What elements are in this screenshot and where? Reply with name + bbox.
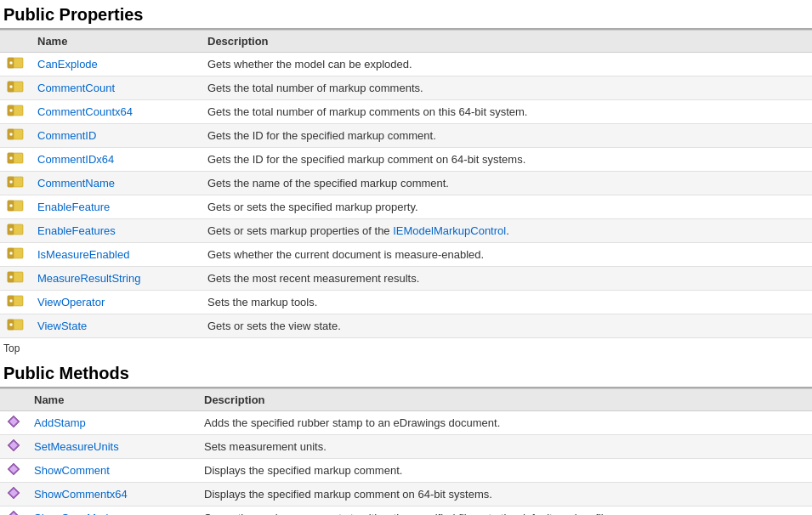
property-desc-cell: Gets the name of the specified markup co… <box>201 172 812 195</box>
method-icon-cell <box>0 435 27 459</box>
method-name-cell: ShowCommentx64 <box>27 483 197 507</box>
property-icon-cell <box>0 243 31 267</box>
table-row: CommentNameGets the name of the specifie… <box>0 172 812 195</box>
table-row: ShowCommentDisplays the specified markup… <box>0 459 812 483</box>
property-desc-cell: Sets the markup tools. <box>201 291 812 314</box>
property-desc-cell: Gets or sets markup properties of the IE… <box>201 219 812 243</box>
property-icon-cell <box>0 76 31 100</box>
property-name-cell: EnableFeatures <box>31 219 201 243</box>
table-row: SetMeasureUnitsSets measurement units. <box>0 435 812 459</box>
property-name-link[interactable]: IsMeasureEnabled <box>37 248 129 261</box>
property-name-link[interactable]: CommentCountx64 <box>37 105 133 118</box>
svg-point-35 <box>9 323 13 326</box>
property-name-cell: MeasureResultString <box>31 267 201 291</box>
method-icon-cell <box>0 507 27 516</box>
property-icon-cell <box>0 267 31 291</box>
table-row: CommentIDGets the ID for the specified m… <box>0 124 812 148</box>
property-name-link[interactable]: MeasureResultString <box>37 272 140 285</box>
properties-desc-col-header: Description <box>201 31 812 53</box>
property-icon-cell <box>0 100 31 124</box>
table-row: EnableFeatureGets or sets the specified … <box>0 195 812 219</box>
methods-name-col-header: Name <box>27 389 197 411</box>
property-icon-cell <box>0 172 31 195</box>
table-row: EnableFeaturesGets or sets markup proper… <box>0 219 812 243</box>
method-desc-cell: Saves the markup comments to either the … <box>197 507 812 516</box>
property-name-cell: CommentID <box>31 124 201 148</box>
property-name-cell: CommentCount <box>31 76 201 100</box>
property-name-link[interactable]: CommentIDx64 <box>37 153 114 166</box>
method-name-cell: ShowSaveMarkup <box>27 507 197 516</box>
property-desc-cell: Gets the ID for the specified markup com… <box>201 124 812 148</box>
table-row: CommentCountx64Gets the total number of … <box>0 100 812 124</box>
svg-point-8 <box>9 109 13 112</box>
svg-point-17 <box>9 180 13 184</box>
svg-point-23 <box>9 228 13 231</box>
properties-table: Name Description CanExplodeGets whether … <box>0 30 812 338</box>
public-properties-title: Public Properties <box>0 0 812 30</box>
table-row: CanExplodeGets whether the model can be … <box>0 53 812 76</box>
method-icon-cell <box>0 411 27 435</box>
property-icon-cell <box>0 148 31 172</box>
method-icon-cell <box>0 459 27 483</box>
property-name-cell: IsMeasureEnabled <box>31 243 201 267</box>
method-name-link[interactable]: SetMeasureUnits <box>34 440 119 453</box>
property-desc-cell: Gets the most recent measurement results… <box>201 267 812 291</box>
svg-point-11 <box>9 133 13 136</box>
public-methods-title: Public Methods <box>0 359 812 388</box>
property-name-cell: ViewState <box>31 314 201 338</box>
svg-point-20 <box>9 204 13 207</box>
property-name-cell: EnableFeature <box>31 195 201 219</box>
property-name-link[interactable]: CommentID <box>37 129 96 142</box>
table-row: ShowSaveMarkupSaves the markup comments … <box>0 507 812 516</box>
property-name-cell: CommentCountx64 <box>31 100 201 124</box>
table-row: AddStampAdds the specified rubber stamp … <box>0 411 812 435</box>
table-row: ViewOperatorSets the markup tools. <box>0 291 812 314</box>
inline-link[interactable]: IEModelMarkupControl <box>393 224 506 237</box>
method-name-link[interactable]: AddStamp <box>34 416 86 429</box>
table-row: CommentCountGets the total number of mar… <box>0 76 812 100</box>
property-name-link[interactable]: CommentName <box>37 177 115 190</box>
method-name-link[interactable]: ShowSaveMarkup <box>34 512 124 515</box>
svg-point-5 <box>9 85 13 88</box>
property-name-link[interactable]: ViewOperator <box>37 296 105 308</box>
method-desc-cell: Displays the specified markup comment on… <box>197 483 812 507</box>
public-methods-section: Public Methods Name Description AddStamp… <box>0 359 812 515</box>
svg-point-32 <box>9 299 13 303</box>
property-desc-cell: Gets the total number of markup comments… <box>201 76 812 100</box>
properties-name-col-header: Name <box>31 31 201 53</box>
method-name-cell: ShowComment <box>27 459 197 483</box>
methods-table: Name Description AddStampAdds the specif… <box>0 388 812 515</box>
property-name-link[interactable]: EnableFeature <box>37 201 110 213</box>
property-icon-cell <box>0 124 31 148</box>
property-desc-cell: Gets or sets the view state. <box>201 314 812 338</box>
property-name-cell: CommentIDx64 <box>31 148 201 172</box>
property-name-cell: CommentName <box>31 172 201 195</box>
properties-icon-col-header <box>0 31 31 53</box>
property-desc-cell: Gets whether the current document is mea… <box>201 243 812 267</box>
svg-point-29 <box>9 275 13 279</box>
method-name-link[interactable]: ShowCommentx64 <box>34 488 128 501</box>
method-desc-cell: Adds the specified rubber stamp to an eD… <box>197 411 812 435</box>
method-name-cell: AddStamp <box>27 411 197 435</box>
svg-point-14 <box>9 156 13 160</box>
table-row: CommentIDx64Gets the ID for the specifie… <box>0 148 812 172</box>
property-name-cell: ViewOperator <box>31 291 201 314</box>
property-name-link[interactable]: ViewState <box>37 320 87 332</box>
property-name-link[interactable]: CanExplode <box>37 58 98 71</box>
svg-point-2 <box>9 61 13 65</box>
property-icon-cell <box>0 53 31 76</box>
public-properties-section: Public Properties Name Description CanEx… <box>0 0 812 338</box>
property-icon-cell <box>0 291 31 314</box>
property-desc-cell: Gets the total number of markup comments… <box>201 100 812 124</box>
table-row: ViewStateGets or sets the view state. <box>0 314 812 338</box>
method-name-link[interactable]: ShowComment <box>34 464 110 477</box>
table-row: ShowCommentx64Displays the specified mar… <box>0 483 812 507</box>
property-icon-cell <box>0 219 31 243</box>
property-name-link[interactable]: EnableFeatures <box>37 224 116 237</box>
top-link[interactable]: Top <box>3 340 20 357</box>
method-desc-cell: Displays the specified markup comment. <box>197 459 812 483</box>
table-row: MeasureResultStringGets the most recent … <box>0 267 812 291</box>
property-name-link[interactable]: CommentCount <box>37 82 115 94</box>
method-name-cell: SetMeasureUnits <box>27 435 197 459</box>
table-row: IsMeasureEnabledGets whether the current… <box>0 243 812 267</box>
